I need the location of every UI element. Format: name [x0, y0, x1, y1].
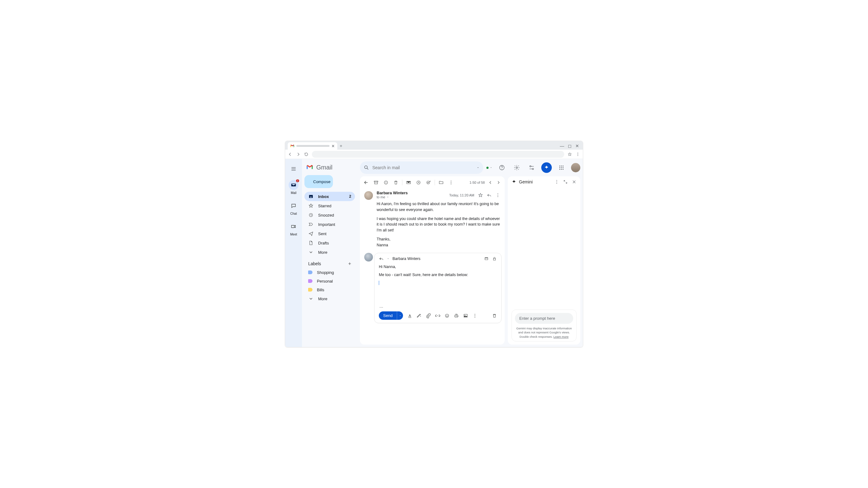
reply-body-editor[interactable]: Hi Nanna, Me too - can't wait! Sure, her… — [379, 264, 497, 304]
send-button[interactable]: Send — [379, 312, 403, 320]
snooze-button[interactable] — [416, 180, 421, 185]
prev-button[interactable] — [488, 180, 493, 185]
chevron-down-icon[interactable] — [387, 258, 390, 260]
compose-button[interactable]: Compose — [304, 175, 333, 188]
confidential-button[interactable] — [492, 256, 497, 261]
move-to-button[interactable] — [439, 180, 444, 185]
popout-button[interactable] — [484, 256, 489, 261]
add-label-button[interactable] — [347, 261, 352, 266]
nav-starred[interactable]: Starred — [304, 201, 355, 210]
svg-point-1 — [578, 154, 578, 154]
drive-button[interactable] — [454, 313, 459, 318]
nav-important[interactable]: Important — [304, 220, 355, 229]
gemini-disclaimer: Gemini may display inaccurate informatio… — [515, 324, 573, 339]
reply-type-button[interactable] — [379, 256, 384, 261]
search-options-icon[interactable] — [476, 166, 479, 169]
window-minimize-icon[interactable]: — — [560, 143, 564, 149]
help-button[interactable] — [497, 162, 507, 173]
settings-button[interactable] — [512, 162, 522, 173]
label-bills[interactable]: Bills — [304, 285, 355, 294]
show-trimmed-button[interactable] — [379, 306, 384, 309]
emoji-button[interactable] — [444, 313, 450, 318]
reply-more-button[interactable] — [472, 313, 477, 318]
tab-close-icon[interactable]: ✕ — [331, 144, 335, 149]
more-actions-button[interactable] — [448, 180, 454, 185]
mail-pagination: 1-50 of 58 — [469, 180, 501, 185]
gemini-learn-more-link[interactable]: Learn more — [553, 335, 568, 338]
nav-back-icon[interactable] — [288, 152, 292, 157]
rail-item-meet[interactable]: Meet — [286, 220, 301, 237]
message-meta: Barbara Winters to me — [377, 191, 445, 200]
nav-reload-icon[interactable] — [304, 152, 309, 157]
send-more-button[interactable] — [397, 312, 403, 320]
svg-point-26 — [451, 184, 452, 184]
tune-button[interactable] — [526, 162, 537, 173]
rail-item-chat[interactable]: Chat — [286, 199, 301, 217]
report-spam-button[interactable] — [383, 180, 389, 185]
nav-sent[interactable]: Sent — [304, 229, 355, 238]
window-close-icon[interactable]: ✕ — [576, 143, 579, 149]
search-box[interactable] — [360, 161, 483, 174]
browser-menu-icon[interactable] — [576, 152, 580, 157]
mail-icon — [291, 182, 297, 188]
gemini-close-button[interactable] — [571, 180, 577, 184]
label-swatch-icon — [308, 279, 312, 283]
gemini-menu-button[interactable] — [554, 180, 559, 184]
sender-name[interactable]: Barbara Winters — [377, 191, 445, 195]
label-shopping[interactable]: Shopping — [304, 268, 355, 277]
topbar-right — [486, 162, 580, 173]
reply-to-name[interactable]: Barbara Winters — [393, 257, 421, 261]
help-me-write-button[interactable] — [416, 313, 422, 318]
format-button[interactable] — [407, 313, 412, 318]
search-input[interactable] — [372, 165, 473, 170]
attach-button[interactable] — [426, 313, 431, 318]
svg-point-46 — [556, 183, 557, 184]
main-column: 1-50 of 58 Barbara Winters to — [358, 159, 583, 347]
delete-button[interactable] — [393, 180, 398, 185]
account-avatar[interactable] — [571, 163, 580, 172]
next-button[interactable] — [496, 180, 501, 185]
discard-button[interactable] — [492, 313, 497, 318]
gear-icon — [514, 165, 520, 171]
gemini-prompt-input[interactable]: Enter a prompt here — [515, 313, 573, 324]
link-button[interactable] — [435, 313, 440, 318]
browser-tab[interactable]: ✕ — [288, 142, 337, 150]
labels-more[interactable]: More — [304, 294, 355, 303]
brand[interactable]: Gmail — [304, 162, 355, 175]
gemini-expand-button[interactable] — [563, 180, 568, 184]
nav-forward-icon[interactable] — [296, 152, 301, 157]
my-avatar[interactable] — [364, 253, 373, 261]
nav-drafts[interactable]: Drafts — [304, 238, 355, 248]
bookmark-star-icon[interactable] — [567, 152, 572, 157]
nav-more[interactable]: More — [304, 248, 355, 257]
archive-button[interactable] — [374, 180, 378, 185]
url-bar[interactable] — [312, 151, 564, 158]
gemini-body — [512, 184, 577, 310]
message-header: Barbara Winters to me Today, 11:20 AM — [364, 191, 500, 200]
back-to-inbox-button[interactable] — [364, 180, 369, 185]
nav-snoozed[interactable]: Snoozed — [304, 210, 355, 220]
sender-avatar[interactable] — [364, 191, 373, 200]
reply-button[interactable] — [487, 193, 492, 198]
mark-unread-button[interactable] — [406, 180, 411, 185]
recipient-line[interactable]: to me — [377, 195, 445, 199]
main-menu-button[interactable] — [287, 163, 300, 175]
app-rail: 2 Mail Chat Meet — [285, 159, 302, 347]
gemini-spark-button[interactable] — [541, 162, 552, 173]
nav-inbox-count: 2 — [349, 194, 351, 199]
window-maximize-icon[interactable]: ◻ — [568, 143, 571, 149]
label-personal-text: Personal — [317, 279, 333, 284]
status-indicator[interactable] — [486, 166, 492, 169]
add-task-button[interactable] — [426, 180, 431, 185]
svg-point-27 — [498, 193, 498, 194]
nav-inbox[interactable]: Inbox 2 — [304, 192, 355, 201]
message-sign2: Nanna — [377, 243, 388, 247]
image-button[interactable] — [463, 313, 468, 318]
send-label: Send — [379, 312, 397, 320]
new-tab-button[interactable] — [337, 142, 345, 150]
apps-button[interactable] — [556, 162, 567, 173]
star-message-button[interactable] — [478, 193, 483, 198]
rail-item-mail[interactable]: 2 Mail — [286, 179, 301, 196]
message-more-button[interactable] — [495, 193, 500, 198]
label-personal[interactable]: Personal — [304, 277, 355, 285]
